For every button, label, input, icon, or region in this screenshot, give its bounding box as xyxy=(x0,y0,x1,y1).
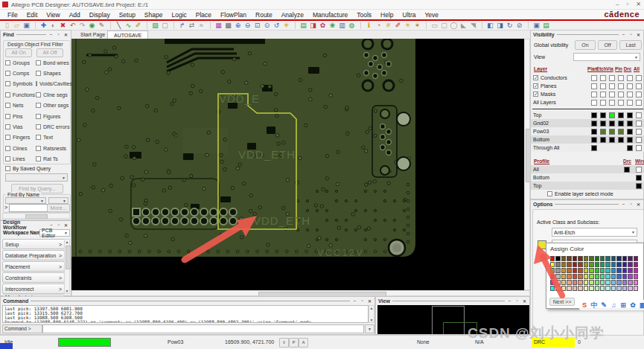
move-icon[interactable]: ✚ xyxy=(39,21,48,30)
menu-view[interactable]: View xyxy=(42,11,64,19)
color-swatch[interactable] xyxy=(600,121,606,127)
scroll-up-icon[interactable]: ▲ xyxy=(369,306,374,310)
minimize-panel-icon[interactable]: – xyxy=(621,202,626,206)
color-swatch[interactable] xyxy=(609,121,615,127)
palette-color[interactable] xyxy=(634,280,638,285)
palette-color[interactable] xyxy=(616,256,621,261)
command-log[interactable]: last pick: 13397.500 6081.900last pick: … xyxy=(2,305,369,323)
checkbox[interactable] xyxy=(5,71,10,76)
close-button[interactable]: ✕ xyxy=(636,1,641,7)
checkbox[interactable] xyxy=(618,75,624,81)
palette-color[interactable] xyxy=(634,268,638,273)
palette-color[interactable] xyxy=(595,286,599,291)
checkbox[interactable] xyxy=(636,167,642,173)
checkbox[interactable] xyxy=(591,100,597,106)
checkbox[interactable] xyxy=(36,135,41,140)
palette-color[interactable] xyxy=(622,286,627,291)
palette-color[interactable] xyxy=(628,286,632,291)
redraw-icon[interactable]: ✳ xyxy=(281,21,291,30)
vis-cell[interactable] xyxy=(634,145,643,151)
color-swatch[interactable] xyxy=(627,137,633,143)
close-panel-icon[interactable]: ✕ xyxy=(636,202,641,207)
open-icon[interactable]: ▱ xyxy=(12,21,22,30)
vis-cell[interactable] xyxy=(608,92,616,97)
workflow-item-placement[interactable]: Placement> xyxy=(2,261,65,272)
palette-color[interactable] xyxy=(595,262,599,267)
palette-color[interactable] xyxy=(600,262,605,267)
skin-icon[interactable]: ✿ xyxy=(628,301,637,310)
vis-cell[interactable] xyxy=(634,129,643,135)
menu-shape[interactable]: Shape xyxy=(140,11,168,19)
vis-cell[interactable] xyxy=(625,83,634,89)
handwriting-icon[interactable]: ✎ xyxy=(599,301,608,310)
vis-cell[interactable] xyxy=(616,75,625,81)
checkbox[interactable] xyxy=(5,114,10,119)
vis-cell[interactable] xyxy=(608,100,616,106)
add-connect-icon[interactable]: ∿ xyxy=(124,21,133,30)
checkbox[interactable] xyxy=(5,92,10,97)
palette-color[interactable] xyxy=(589,280,593,285)
palette-color[interactable] xyxy=(595,268,599,273)
close-panel-icon[interactable]: ✕ xyxy=(367,298,372,304)
pcb-canvas[interactable]: VDD_E VDD_ETH VDD_ETH VCC12V xyxy=(71,39,530,296)
maximize-button[interactable]: ▫ xyxy=(626,1,628,7)
vis-cell[interactable] xyxy=(599,129,608,135)
palette-color[interactable] xyxy=(616,274,621,279)
all-off-button[interactable]: All Off xyxy=(36,48,63,57)
find-filter-text[interactable]: Text xyxy=(36,132,70,143)
visibility-icon[interactable]: ▤ xyxy=(299,21,308,30)
find-filter-vias[interactable]: Vias xyxy=(5,121,35,132)
vis-cell[interactable] xyxy=(599,100,608,106)
checkbox[interactable] xyxy=(36,92,41,97)
mirror-icon[interactable]: ◐ xyxy=(48,21,58,30)
palette-color[interactable] xyxy=(584,268,588,273)
palette-color[interactable] xyxy=(634,256,638,261)
palette-color[interactable] xyxy=(611,280,616,285)
voice-icon[interactable]: ♫ xyxy=(609,301,618,310)
minimize-panel-icon[interactable]: – xyxy=(48,32,54,36)
palette-color[interactable] xyxy=(611,286,616,291)
workflow-scrollbar[interactable]: ▲ ▼ xyxy=(64,239,70,294)
vis-cell[interactable] xyxy=(608,129,616,135)
vis-cell[interactable] xyxy=(599,83,608,89)
palette-color[interactable] xyxy=(578,280,582,285)
glossing-icon[interactable]: ≈ xyxy=(197,21,206,30)
palette-color[interactable] xyxy=(584,274,588,279)
palette-color[interactable] xyxy=(611,274,616,279)
checkbox[interactable] xyxy=(609,83,615,89)
menu-help[interactable]: Help xyxy=(376,11,398,19)
menu-add[interactable]: Add xyxy=(65,11,85,19)
new-file-icon[interactable]: ▯ xyxy=(2,21,12,30)
checkbox[interactable] xyxy=(36,124,41,129)
vis-cell[interactable] xyxy=(616,121,625,127)
checkbox[interactable]: ✓ xyxy=(533,83,538,89)
vis-cell[interactable] xyxy=(625,75,634,81)
palette-color[interactable] xyxy=(628,268,632,273)
shape-add-icon[interactable]: ▧ xyxy=(150,21,160,30)
profile-cell[interactable] xyxy=(633,167,644,173)
checkbox[interactable] xyxy=(600,92,606,97)
palette-color[interactable] xyxy=(578,256,582,261)
brush-icon[interactable]: ✐ xyxy=(393,21,403,30)
vis-cell[interactable] xyxy=(625,112,634,118)
vis-cell[interactable] xyxy=(608,112,616,118)
palette-color[interactable] xyxy=(628,256,632,261)
status-application-button[interactable]: A xyxy=(299,338,308,348)
vis-cell[interactable] xyxy=(590,92,599,97)
palette-color[interactable] xyxy=(589,268,593,273)
checkbox[interactable] xyxy=(5,146,10,151)
vis-cell[interactable] xyxy=(608,137,616,143)
palette-color[interactable] xyxy=(616,280,621,285)
menu-logic[interactable]: Logic xyxy=(167,11,191,19)
checkbox[interactable] xyxy=(627,75,633,81)
color-swatch[interactable] xyxy=(624,167,630,173)
vis-cell[interactable] xyxy=(599,75,608,81)
vis-cell[interactable] xyxy=(608,75,616,81)
vis-cell[interactable] xyxy=(590,75,599,81)
undo-icon[interactable]: ↶ xyxy=(68,21,77,30)
checkbox[interactable] xyxy=(636,137,642,143)
close-panel-icon[interactable]: ✕ xyxy=(63,222,68,228)
vis-cell[interactable] xyxy=(625,137,634,143)
palette-color[interactable] xyxy=(628,280,632,285)
color-swatch[interactable] xyxy=(591,129,597,135)
